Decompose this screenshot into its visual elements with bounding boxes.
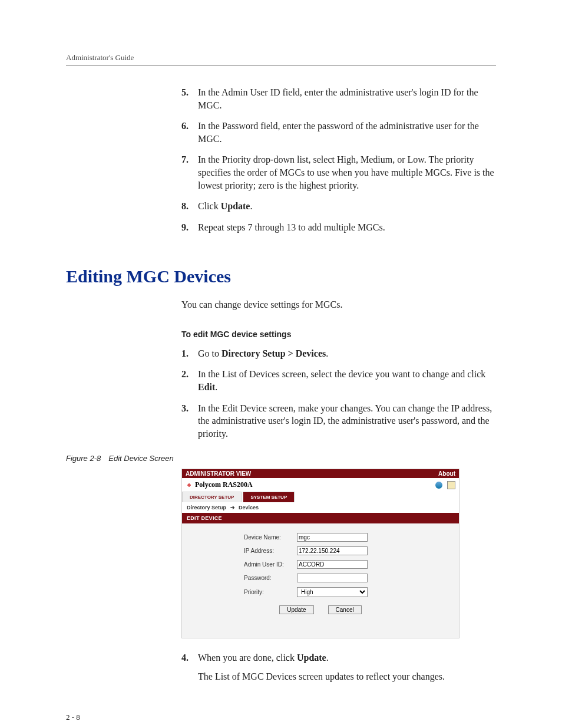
steps-after: 4.When you are done, click Update. — [181, 651, 496, 664]
step: 6.In the Password field, enter the passw… — [181, 120, 496, 145]
label-device-name: Device Name: — [244, 534, 297, 541]
device-name-field[interactable] — [297, 533, 368, 542]
polycom-logo-icon — [186, 482, 193, 489]
priority-select[interactable]: High — [297, 587, 368, 597]
panel-title: EDIT DEVICE — [182, 513, 459, 523]
step: 2.In the List of Devices screen, select … — [181, 368, 496, 393]
window-title: ADMINISTRATOR VIEW — [186, 470, 251, 477]
step: 5.In the Admin User ID field, enter the … — [181, 86, 496, 111]
header-rule — [66, 65, 496, 66]
step-text: In the Edit Device screen, make your cha… — [198, 402, 496, 440]
step-number: 9. — [181, 221, 198, 234]
admin-user-field[interactable] — [297, 560, 368, 569]
step: 8.Click Update. — [181, 200, 496, 213]
step: 4.When you are done, click Update. — [181, 651, 496, 664]
arrow-icon: ➔ — [230, 505, 235, 510]
step: 1.Go to Directory Setup > Devices. — [181, 347, 496, 360]
label-admin-user: Admin User ID: — [244, 561, 297, 568]
step-number: 5. — [181, 86, 198, 111]
step-text: Repeat steps 7 through 13 to add multipl… — [198, 221, 385, 234]
figure-caption: Figure 2-8 Edit Device Screen — [66, 454, 496, 463]
tab-bar: DIRECTORY SETUP SYSTEM SETUP — [182, 492, 459, 502]
step-text: In the Admin User ID field, enter the ad… — [198, 86, 496, 111]
breadcrumb: Directory Setup ➔ Devices — [182, 502, 459, 513]
tab-system-setup[interactable]: SYSTEM SETUP — [243, 492, 295, 502]
step-number: 7. — [181, 153, 198, 192]
steps-mid: 1.Go to Directory Setup > Devices.2.In t… — [181, 347, 496, 440]
section-heading: Editing MGC Devices — [66, 266, 496, 286]
step-number: 1. — [181, 347, 198, 360]
step-text: Click Update. — [198, 200, 252, 213]
label-priority: Priority: — [244, 589, 297, 595]
step: 9.Repeat steps 7 through 13 to add multi… — [181, 221, 496, 234]
help-icon[interactable] — [435, 482, 442, 489]
step-number: 2. — [181, 368, 198, 393]
step-text: In the Password field, enter the passwor… — [198, 120, 496, 145]
intro-text: You can change device settings for MGCs. — [181, 298, 496, 311]
step-text: In the Priority drop-down list, select H… — [198, 153, 496, 192]
label-password: Password: — [244, 575, 297, 581]
step-text: When you are done, click Update. — [198, 651, 329, 664]
tab-directory-setup[interactable]: DIRECTORY SETUP — [182, 492, 242, 502]
step-number: 8. — [181, 200, 198, 213]
edit-device-screenshot: ADMINISTRATOR VIEW About Polycom RAS200A… — [181, 469, 459, 638]
step-text: Go to Directory Setup > Devices. — [198, 347, 328, 360]
running-head: Administrator's Guide — [66, 53, 496, 62]
panel-body: Device Name: IP Address: Admin User ID: … — [182, 523, 459, 638]
ip-address-field[interactable] — [297, 546, 368, 555]
breadcrumb-root[interactable]: Directory Setup — [187, 505, 226, 510]
breadcrumb-leaf: Devices — [239, 505, 259, 510]
window-titlebar: ADMINISTRATOR VIEW About — [182, 469, 459, 478]
password-field[interactable] — [297, 574, 368, 582]
steps-top: 5.In the Admin User ID field, enter the … — [181, 86, 496, 233]
step: 7.In the Priority drop-down list, select… — [181, 153, 496, 192]
after-step-para: The List of MGC Devices screen updates t… — [198, 670, 496, 683]
step-number: 3. — [181, 402, 198, 440]
product-name: Polycom RAS200A — [195, 480, 253, 489]
step: 3.In the Edit Device screen, make your c… — [181, 402, 496, 440]
edit-device-form: Device Name: IP Address: Admin User ID: … — [244, 533, 397, 614]
about-link[interactable]: About — [438, 470, 455, 477]
subhead: To edit MGC device settings — [181, 330, 496, 339]
unlock-icon[interactable] — [447, 481, 455, 489]
update-button[interactable]: Update — [279, 605, 313, 614]
page-number: 2 - 8 — [66, 713, 496, 722]
step-number: 4. — [181, 651, 198, 664]
step-text: In the List of Devices screen, select th… — [198, 368, 496, 393]
label-ip-address: IP Address: — [244, 548, 297, 554]
step-number: 6. — [181, 120, 198, 145]
cancel-button[interactable]: Cancel — [328, 605, 362, 614]
product-bar: Polycom RAS200A — [182, 478, 459, 492]
